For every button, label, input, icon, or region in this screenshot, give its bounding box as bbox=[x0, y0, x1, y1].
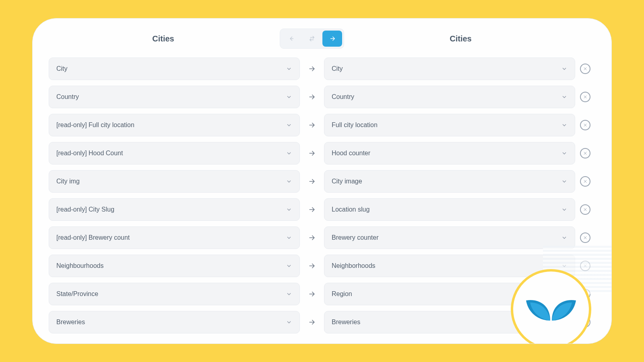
remove-mapping-button[interactable] bbox=[580, 176, 590, 187]
remove-mapping-button[interactable] bbox=[580, 232, 590, 243]
source-field-select[interactable]: State/Province bbox=[49, 283, 300, 305]
remove-cell bbox=[575, 204, 595, 215]
source-column-title: Cities bbox=[49, 34, 278, 43]
chevron-down-icon bbox=[286, 319, 292, 325]
logo-badge bbox=[511, 269, 591, 344]
target-field-label: Breweries bbox=[332, 319, 360, 326]
mapping-arrow bbox=[300, 93, 324, 101]
target-field-label: City bbox=[332, 65, 343, 72]
source-field-label: [read-only] Brewery count bbox=[56, 234, 130, 241]
chevron-down-icon bbox=[286, 150, 292, 156]
swap-icon bbox=[308, 35, 316, 42]
target-field-label: City image bbox=[332, 178, 362, 185]
arrow-right-icon bbox=[308, 149, 316, 157]
chevron-down-icon bbox=[561, 66, 568, 72]
remove-cell bbox=[575, 92, 595, 102]
source-field-select[interactable]: [read-only] City Slug bbox=[49, 198, 300, 221]
mapping-row: City imgCity image bbox=[49, 170, 595, 193]
source-field-label: City bbox=[56, 65, 68, 72]
remove-cell bbox=[575, 148, 595, 158]
arrow-right-icon bbox=[308, 318, 316, 326]
chevron-down-icon bbox=[286, 263, 292, 269]
mapping-card: Cities Cities CityCityCountryCountry[rea… bbox=[32, 18, 612, 344]
arrow-right-icon bbox=[308, 177, 316, 185]
source-field-select[interactable]: [read-only] Brewery count bbox=[49, 226, 300, 249]
direction-right-button[interactable] bbox=[322, 31, 342, 47]
chevron-down-icon bbox=[561, 150, 568, 156]
close-icon bbox=[583, 179, 588, 184]
chevron-down-icon bbox=[561, 122, 568, 128]
chevron-down-icon bbox=[286, 234, 292, 241]
mapping-row: NeighbourhoodsNeighborhoods bbox=[49, 255, 595, 277]
source-field-select[interactable]: City img bbox=[49, 170, 300, 193]
source-field-select[interactable]: [read-only] Full city location bbox=[49, 114, 300, 136]
arrow-right-icon bbox=[308, 290, 316, 298]
mapping-arrow bbox=[300, 121, 324, 129]
arrow-right-icon bbox=[308, 121, 316, 129]
remove-mapping-button[interactable] bbox=[580, 204, 590, 215]
target-field-label: Hood counter bbox=[332, 150, 370, 157]
source-field-select[interactable]: Breweries bbox=[49, 311, 300, 333]
mapping-row: CityCity bbox=[49, 58, 595, 80]
close-icon bbox=[583, 66, 588, 71]
mapping-row: [read-only] Full city locationFull city … bbox=[49, 114, 595, 136]
arrow-right-icon bbox=[308, 65, 316, 73]
chevron-down-icon bbox=[561, 178, 568, 185]
remove-cell bbox=[575, 120, 595, 130]
chevron-down-icon bbox=[286, 178, 292, 185]
target-field-select[interactable]: City bbox=[324, 58, 575, 80]
chevron-down-icon bbox=[286, 291, 292, 297]
remove-mapping-button[interactable] bbox=[580, 120, 590, 130]
mapping-arrow bbox=[300, 206, 324, 214]
chevron-down-icon bbox=[286, 94, 292, 100]
target-field-label: Location slug bbox=[332, 206, 369, 213]
remove-mapping-button[interactable] bbox=[580, 64, 590, 74]
close-icon bbox=[583, 95, 588, 99]
direction-left-button[interactable] bbox=[282, 31, 301, 47]
target-field-select[interactable]: City image bbox=[324, 170, 575, 193]
remove-mapping-button[interactable] bbox=[580, 148, 590, 158]
chevron-down-icon bbox=[561, 206, 568, 213]
source-field-select[interactable]: Neighbourhoods bbox=[49, 255, 300, 277]
target-field-select[interactable]: Full city location bbox=[324, 114, 575, 136]
close-icon bbox=[583, 123, 588, 128]
arrow-right-icon bbox=[308, 93, 316, 101]
chevron-down-icon bbox=[561, 234, 568, 241]
chevron-down-icon bbox=[286, 206, 292, 213]
mapping-arrow bbox=[300, 65, 324, 73]
chevron-down-icon bbox=[286, 66, 292, 72]
mapping-arrow bbox=[300, 318, 324, 326]
mapping-arrow bbox=[300, 234, 324, 242]
arrow-right-icon bbox=[308, 262, 316, 270]
source-field-label: [read-only] Hood Count bbox=[56, 150, 123, 157]
close-icon bbox=[583, 151, 588, 156]
source-field-label: [read-only] Full city location bbox=[56, 121, 134, 129]
arrow-right-icon bbox=[308, 206, 316, 214]
remove-mapping-button[interactable] bbox=[580, 92, 590, 102]
close-icon bbox=[583, 207, 588, 212]
arrow-left-icon bbox=[288, 35, 295, 42]
source-field-select[interactable]: [read-only] Hood Count bbox=[49, 142, 300, 165]
target-field-label: Neighborhoods bbox=[332, 262, 376, 269]
source-field-label: City img bbox=[56, 178, 80, 185]
target-field-select[interactable]: Country bbox=[324, 86, 575, 108]
target-field-select[interactable]: Hood counter bbox=[324, 142, 575, 165]
target-field-select[interactable]: Location slug bbox=[324, 198, 575, 221]
target-field-select[interactable]: Brewery counter bbox=[324, 226, 575, 249]
source-field-select[interactable]: Country bbox=[49, 86, 300, 108]
source-field-label: [read-only] City Slug bbox=[56, 206, 114, 213]
direction-swap-button[interactable] bbox=[302, 31, 322, 47]
mapping-arrow bbox=[300, 262, 324, 270]
mapping-row: CountryCountry bbox=[49, 86, 595, 108]
header-row: Cities Cities bbox=[45, 29, 599, 49]
source-field-label: State/Province bbox=[56, 290, 98, 298]
mapping-row: [read-only] Brewery countBrewery counter bbox=[49, 226, 595, 249]
target-field-label: Full city location bbox=[332, 121, 378, 129]
mapping-arrow bbox=[300, 177, 324, 185]
source-field-label: Country bbox=[56, 93, 79, 101]
source-field-select[interactable]: City bbox=[49, 58, 300, 80]
arrow-right-icon bbox=[329, 35, 336, 42]
target-field-label: Region bbox=[332, 290, 352, 298]
target-field-label: Brewery counter bbox=[332, 234, 379, 241]
chevron-down-icon bbox=[286, 122, 292, 128]
